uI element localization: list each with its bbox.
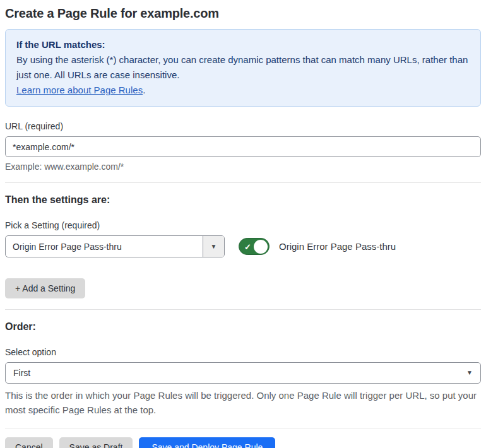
order-section-heading: Order:	[5, 321, 481, 333]
url-input[interactable]	[5, 136, 481, 157]
info-box-body: By using the asterisk (*) character, you…	[16, 52, 470, 83]
order-select[interactable]: First ▼	[5, 362, 481, 384]
pick-setting-label: Pick a Setting (required)	[5, 220, 481, 230]
setting-select[interactable]: Origin Error Page Pass-thru ▼	[5, 235, 225, 257]
caret-down-icon: ▼	[211, 244, 217, 250]
setting-select-arrow-button[interactable]: ▼	[203, 236, 224, 257]
setting-toggle-label: Origin Error Page Pass-thru	[279, 241, 396, 252]
save-and-deploy-button[interactable]: Save and Deploy Page Rule	[139, 437, 275, 448]
footer-button-row: Cancel Save as Draft Save and Deploy Pag…	[5, 437, 481, 448]
cancel-button[interactable]: Cancel	[5, 437, 53, 448]
divider	[5, 182, 481, 183]
setting-select-value: Origin Error Page Pass-thru	[6, 236, 203, 257]
settings-section-heading: Then the settings are:	[5, 194, 481, 206]
order-select-label: Select option	[5, 347, 481, 357]
learn-more-link[interactable]: Learn more about Page Rules	[16, 85, 143, 95]
order-helper-text: This is the order in which your Page Rul…	[5, 388, 481, 417]
save-as-draft-button[interactable]: Save as Draft	[59, 437, 133, 448]
setting-toggle[interactable]: ✓	[239, 238, 270, 255]
url-field-helper: Example: www.example.com/*	[5, 162, 481, 172]
page-title: Create a Page Rule for example.com	[5, 6, 481, 21]
link-suffix: .	[143, 85, 145, 95]
toggle-knob	[254, 240, 268, 254]
check-icon: ✓	[244, 242, 251, 251]
url-match-info-box: If the URL matches: By using the asteris…	[5, 29, 481, 107]
divider	[5, 309, 481, 310]
setting-row: Origin Error Page Pass-thru ▼ ✓ Origin E…	[5, 235, 481, 257]
info-box-link-line: Learn more about Page Rules.	[16, 83, 470, 98]
order-select-value: First	[13, 368, 30, 378]
url-field-label: URL (required)	[5, 121, 481, 131]
divider	[5, 428, 481, 428]
info-box-heading: If the URL matches:	[16, 37, 470, 52]
caret-down-icon: ▼	[466, 370, 473, 376]
add-setting-button[interactable]: + Add a Setting	[5, 278, 85, 298]
page-rule-form: Create a Page Rule for example.com If th…	[0, 0, 486, 448]
